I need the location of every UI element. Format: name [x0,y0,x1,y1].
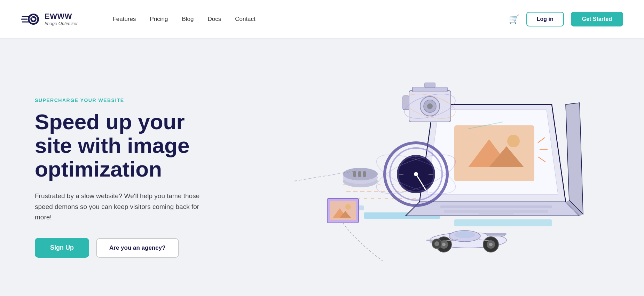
svg-rect-51 [425,83,435,88]
get-started-button[interactable]: Get Started [571,12,623,26]
hero-section: SUPERCHARGE YOUR WEBSITE Speed up your s… [0,38,644,296]
svg-rect-44 [363,171,366,177]
nav-blog[interactable]: Blog [182,16,194,22]
nav-docs[interactable]: Docs [207,16,221,22]
navbar: EWWW Image Optimizer Features Pricing Bl… [0,0,644,38]
logo-icon [21,9,40,29]
hero-title: Speed up your site with image optimizati… [35,110,216,181]
logo-brand: EWWW [45,12,78,21]
hero-left: SUPERCHARGE YOUR WEBSITE Speed up your s… [35,98,216,258]
nav-right: 🛒 Log in Get Started [509,12,623,26]
svg-rect-11 [454,219,552,226]
hero-buttons: Sign Up Are you an agency? [35,238,216,258]
svg-point-68 [442,243,446,246]
svg-point-6 [31,17,33,18]
svg-rect-23 [440,205,552,208]
svg-point-61 [454,231,475,238]
logo-text: EWWW Image Optimizer [45,12,78,26]
logo-sub: Image Optimizer [45,21,78,26]
svg-rect-25 [479,210,513,215]
svg-point-58 [345,204,351,210]
hero-eyebrow: SUPERCHARGE YOUR WEBSITE [35,98,216,103]
svg-rect-65 [486,233,506,235]
hero-description: Frustrated by a slow website? We'll help… [35,191,202,223]
svg-rect-42 [353,171,356,177]
svg-point-33 [414,172,418,176]
login-button[interactable]: Log in [526,12,564,26]
svg-point-73 [434,241,439,246]
svg-point-71 [489,243,493,246]
logo-link[interactable]: EWWW Image Optimizer [21,9,78,29]
agency-button[interactable]: Are you an agency? [96,238,179,258]
svg-point-18 [507,135,520,147]
cart-icon[interactable]: 🛒 [509,14,519,24]
hero-illustration-svg [216,59,616,296]
nav-contact[interactable]: Contact [235,16,256,22]
hero-illustration [216,59,616,296]
svg-point-49 [427,103,433,109]
svg-marker-27 [566,103,583,214]
signup-button[interactable]: Sign Up [35,238,89,258]
svg-rect-43 [358,171,361,177]
nav-features[interactable]: Features [112,16,136,22]
nav-links: Features Pricing Blog Docs Contact [112,16,255,23]
nav-pricing[interactable]: Pricing [150,16,168,22]
